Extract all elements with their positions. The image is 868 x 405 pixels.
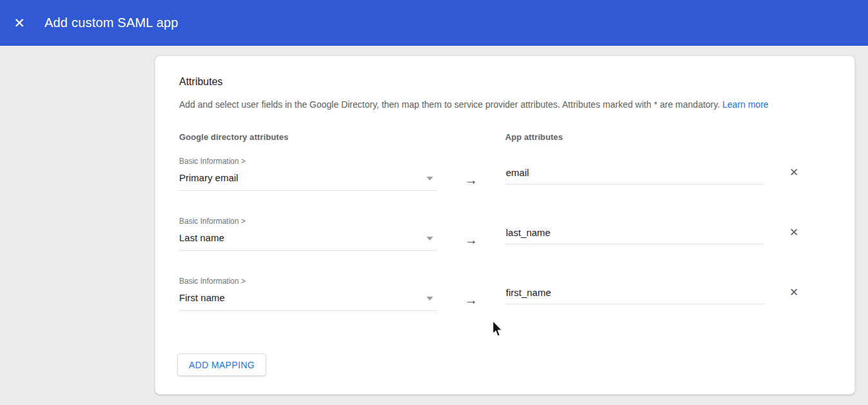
description-text: Add and select user fields in the Google… [179,99,720,110]
mapping-grid: Google directory attributes App attribut… [179,132,854,311]
mapping-row: Basic Information > Primary email → ✕ [179,157,854,191]
close-icon[interactable]: ✕ [12,15,27,31]
google-directory-attributes-header: Google directory attributes [179,132,437,142]
google-attribute-select[interactable]: Basic Information > Last name [179,217,437,251]
mapping-row: Basic Information > Last name → ✕ [179,217,854,251]
google-attribute-select[interactable]: Basic Information > Primary email [179,157,437,191]
google-attribute-select[interactable]: Basic Information > First name [179,277,437,311]
attributes-card: Attributes Add and select user fields in… [155,55,855,395]
attribute-category-label: Basic Information > [179,157,437,166]
learn-more-link[interactable]: Learn more [722,99,769,110]
chevron-down-icon [427,297,433,301]
app-attribute-input[interactable] [505,167,764,184]
app-attributes-header: App attributes [505,132,764,142]
delete-mapping-icon[interactable]: ✕ [789,227,798,239]
delete-mapping-icon[interactable]: ✕ [789,287,798,299]
arrow-right-icon: → [465,293,477,306]
dialog-title: Add custom SAML app [44,15,178,30]
arrow-right-icon: → [465,173,477,186]
app-attribute-input[interactable] [505,227,764,244]
app-attribute-input[interactable] [505,287,764,304]
add-mapping-button[interactable]: ADD MAPPING [177,353,266,376]
google-attribute-value: First name [179,291,225,304]
mapping-row: Basic Information > First name → ✕ [179,277,854,311]
delete-mapping-icon[interactable]: ✕ [789,167,798,179]
attribute-category-label: Basic Information > [179,217,437,226]
chevron-down-icon [427,237,433,241]
mapping-column-headers: Google directory attributes App attribut… [179,132,854,142]
arrow-right-icon: → [465,233,477,246]
chevron-down-icon [427,177,433,181]
section-title: Attributes [179,76,854,88]
google-attribute-value: Primary email [179,172,238,184]
attribute-category-label: Basic Information > [179,277,437,286]
section-description: Add and select user fields in the Google… [179,99,854,111]
dialog-header: ✕ Add custom SAML app [0,0,868,46]
google-attribute-value: Last name [179,232,224,244]
